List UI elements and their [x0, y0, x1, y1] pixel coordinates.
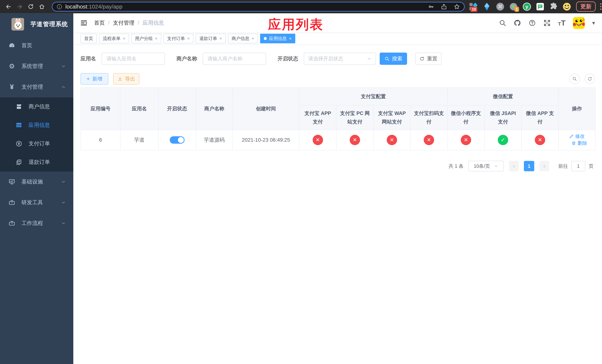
sidebar-item-payment[interactable]: ¥ 支付管理 — [0, 77, 73, 97]
url-text: localhost:1024/pay/app — [65, 3, 421, 10]
app-logo-rabbit-icon — [11, 18, 24, 31]
app-name-input[interactable] — [102, 53, 165, 65]
browser-update-button[interactable]: 更新 — [576, 1, 596, 12]
sidebar-item-app-info[interactable]: 应用信息 — [0, 116, 73, 134]
close-icon[interactable]: × — [219, 36, 222, 41]
page-title-annotation: 应用列表 — [268, 16, 323, 33]
app-table: 应用编号 应用名 开启状态 商户名称 创建时间 支付宝配置 微信配置 操作 支付… — [81, 87, 595, 150]
sidebar-item-infrastructure[interactable]: 基础设施 — [0, 171, 73, 192]
sidebar-item-pay-orders[interactable]: 支付订单 — [0, 134, 73, 153]
cell-wechat-app: ✕ — [521, 130, 559, 150]
goto-page-input[interactable] — [571, 161, 585, 171]
app-logo-row[interactable]: 芋道管理系统 — [0, 13, 73, 35]
close-icon[interactable]: × — [123, 36, 125, 41]
sidebar-item-dev-tools[interactable]: 研发工具 — [0, 192, 73, 213]
hide-search-button[interactable] — [570, 74, 580, 84]
table-toolbar: + 新增 导出 — [81, 73, 595, 85]
tag-process-form[interactable]: 流程表单× — [99, 34, 129, 43]
close-icon[interactable]: × — [289, 36, 291, 41]
font-size-icon[interactable]: TT — [558, 19, 566, 27]
reset-button[interactable]: 重置 — [415, 53, 441, 65]
extension-recorder-icon[interactable]: 1 — [509, 2, 518, 11]
close-icon[interactable]: × — [252, 36, 254, 41]
share-icon[interactable] — [441, 3, 447, 10]
breadcrumb-home[interactable]: 首页 — [94, 19, 105, 27]
bookmark-star-icon[interactable] — [454, 3, 460, 10]
breadcrumb-separator: / — [108, 20, 110, 26]
sidebar-item-label: 商户信息 — [29, 103, 50, 110]
home-icon[interactable] — [39, 3, 45, 11]
edit-link[interactable]: 修改 — [569, 133, 585, 139]
search-icon[interactable] — [499, 19, 506, 27]
status-cross-icon: ✕ — [387, 135, 397, 145]
tag-pay-orders[interactable]: 支付订单× — [163, 34, 194, 43]
tag-label: 支付订单 — [167, 36, 185, 42]
tags-view: 首页 流程表单× 用户分组× 支付订单× 退款订单× 商户信息× 应用信息× — [73, 32, 602, 44]
help-icon[interactable] — [528, 19, 536, 27]
chevron-up-icon — [61, 85, 66, 89]
cell-merchant: 芋道源码 — [196, 130, 233, 150]
password-key-icon[interactable] — [428, 3, 434, 10]
profile-avatar-icon[interactable] — [562, 2, 571, 11]
back-icon[interactable] — [6, 3, 11, 11]
prev-page-button[interactable]: ‹ — [509, 161, 519, 171]
col-merchant: 商户名称 — [196, 87, 233, 130]
browser-menu-icon[interactable] — [599, 2, 602, 11]
page-size-select[interactable]: 10条/页 — [468, 161, 504, 171]
app-title: 芋道管理系统 — [30, 20, 68, 28]
next-page-button[interactable]: › — [539, 161, 549, 171]
enable-toggle[interactable] — [170, 136, 184, 144]
breadcrumb-section[interactable]: 支付管理 — [113, 19, 134, 27]
extension-chat-icon[interactable] — [536, 2, 545, 11]
tag-refund-orders[interactable]: 退款订单× — [196, 34, 226, 43]
status-label: 开启状态 — [278, 55, 298, 62]
extension-kite-icon[interactable] — [483, 2, 491, 11]
tag-home[interactable]: 首页 — [81, 34, 97, 43]
tag-merchant-info[interactable]: 商户信息× — [228, 34, 258, 43]
document-copy-icon — [14, 159, 23, 166]
extension-command-icon[interactable]: ⌘ — [496, 2, 505, 11]
extension-badge: 10 — [471, 7, 477, 12]
sidebar-item-system[interactable]: ⚙ 系统管理 — [0, 56, 73, 77]
close-icon[interactable]: × — [187, 36, 190, 41]
table-row: 6 芋道 芋道源码 2021-10-23 08:49:25 ✕ ✕ ✕ ✕ ✕ — [81, 130, 595, 150]
add-button[interactable]: + 新增 — [81, 73, 108, 85]
sidebar-item-label: 支付订单 — [29, 140, 50, 147]
close-icon[interactable]: × — [155, 36, 158, 41]
sidebar-item-workflow[interactable]: 工作流程 — [0, 213, 73, 234]
chevron-down-icon — [61, 64, 66, 69]
url-bar[interactable]: localhost:1024/pay/app — [52, 2, 465, 11]
chevron-down-icon — [61, 221, 66, 226]
reload-icon[interactable] — [28, 3, 34, 11]
delete-link[interactable]: 删除 — [571, 140, 587, 146]
avatar-caret-icon[interactable]: ▾ — [592, 20, 595, 26]
cell-alipay-wap: ✕ — [373, 130, 410, 150]
merchant-name-input[interactable] — [203, 53, 266, 65]
col-wechat-app: 微信 APP 支付 — [521, 105, 559, 130]
tag-user-group[interactable]: 用户分组× — [131, 34, 161, 43]
extension-tampermonkey-icon[interactable]: 10 — [469, 2, 478, 11]
total-count: 共 1 条 — [449, 163, 463, 169]
sidebar-item-refund-orders[interactable]: 退款订单 — [0, 153, 73, 171]
fullscreen-icon[interactable] — [543, 19, 551, 27]
extension-y-icon[interactable]: y — [522, 2, 531, 11]
sidebar-item-home[interactable]: 首页 — [0, 35, 73, 56]
monitor-chart-icon — [7, 179, 16, 185]
github-icon[interactable] — [514, 19, 521, 27]
current-page-button[interactable]: 1 — [524, 161, 534, 171]
sidebar-item-merchant-info[interactable]: 商户信息 — [0, 97, 73, 116]
tag-label: 流程表单 — [103, 36, 120, 42]
extensions-puzzle-icon[interactable] — [549, 2, 558, 11]
user-avatar[interactable] — [573, 17, 585, 29]
toolbox-icon — [7, 199, 16, 206]
refresh-button[interactable] — [585, 74, 595, 84]
tag-app-info[interactable]: 应用信息× — [260, 34, 295, 43]
screen: localhost:1024/pay/app 10 ⌘ 1 y 更新 — [0, 0, 602, 364]
sidebar-collapse-icon[interactable] — [80, 19, 88, 27]
site-info-icon[interactable] — [56, 4, 62, 10]
export-button[interactable]: 导出 — [113, 73, 140, 85]
forward-icon[interactable] — [17, 3, 22, 11]
status-check-icon: ✓ — [498, 135, 508, 145]
status-select[interactable]: 请选择开启状态 — [304, 53, 376, 65]
search-button[interactable]: 搜索 — [380, 53, 407, 65]
